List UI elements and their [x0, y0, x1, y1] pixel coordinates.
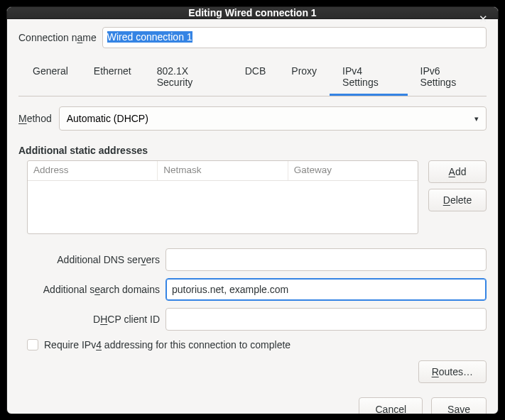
dhcp-client-id-label: DHCP client ID: [93, 314, 165, 325]
method-row: Method Automatic (DHCP) ▾: [18, 106, 487, 131]
method-select[interactable]: Automatic (DHCP) ▾: [59, 106, 487, 131]
tab-general[interactable]: General: [20, 60, 81, 96]
addresses-table[interactable]: Address Netmask Gateway: [27, 160, 418, 234]
require-ipv4-row: Require IPv4 addressing for this connect…: [27, 339, 487, 350]
content-area: Connection name Wired connection 1 Gener…: [7, 19, 498, 390]
delete-button[interactable]: Delete: [428, 189, 487, 211]
close-icon[interactable]: ✕: [475, 11, 491, 27]
dns-servers-input[interactable]: [165, 248, 487, 271]
window-title: Editing Wired connection 1: [188, 7, 316, 18]
tab-security[interactable]: 802.1X Security: [144, 60, 232, 96]
titlebar: Editing Wired connection 1 ✕: [7, 7, 498, 19]
connection-name-label: Connection name: [18, 32, 97, 43]
tab-proxy[interactable]: Proxy: [278, 60, 330, 96]
col-netmask: Netmask: [158, 161, 288, 180]
require-ipv4-label: Require IPv4 addressing for this connect…: [44, 339, 290, 350]
dns-servers-label: Additional DNS servers: [57, 254, 165, 265]
addresses-heading: Additional static addresses: [18, 145, 487, 156]
dhcp-client-id-input[interactable]: [165, 308, 487, 331]
col-gateway: Gateway: [288, 161, 418, 180]
tab-ipv6-settings[interactable]: IPv6 Settings: [408, 60, 485, 96]
col-address: Address: [28, 161, 158, 180]
dialog-window: Editing Wired connection 1 ✕ Connection …: [6, 6, 499, 414]
routes-button[interactable]: Routes…: [418, 360, 487, 383]
tab-ipv4-settings[interactable]: IPv4 Settings: [330, 60, 407, 96]
fields-grid: Additional DNS servers Additional search…: [27, 248, 487, 331]
add-button[interactable]: Add: [428, 160, 487, 183]
search-domains-input[interactable]: [165, 278, 487, 301]
save-button[interactable]: Save: [431, 397, 487, 414]
require-ipv4-checkbox[interactable]: [27, 339, 38, 350]
connection-name-row: Connection name Wired connection 1: [18, 27, 487, 48]
search-domains-label: Additional search domains: [43, 284, 165, 295]
addresses-buttons: Add Delete: [428, 160, 487, 234]
tab-dcb[interactable]: DCB: [232, 60, 279, 96]
chevron-down-icon: ▾: [474, 114, 479, 123]
addresses-area: Address Netmask Gateway Add Delete: [27, 160, 487, 234]
tabs: General Ethernet 802.1X Security DCB Pro…: [18, 60, 487, 96]
connection-name-input[interactable]: [102, 27, 487, 48]
cancel-button[interactable]: Cancel: [359, 397, 423, 414]
method-value: Automatic (DHCP): [67, 113, 148, 124]
routes-row: Routes…: [18, 360, 487, 383]
addresses-header: Address Netmask Gateway: [28, 161, 418, 181]
tab-ethernet[interactable]: Ethernet: [81, 60, 144, 96]
ipv4-pane: Method Automatic (DHCP) ▾ Additional sta…: [18, 96, 487, 383]
method-label: Method: [18, 113, 52, 124]
dialog-footer: Cancel Save: [7, 390, 498, 414]
